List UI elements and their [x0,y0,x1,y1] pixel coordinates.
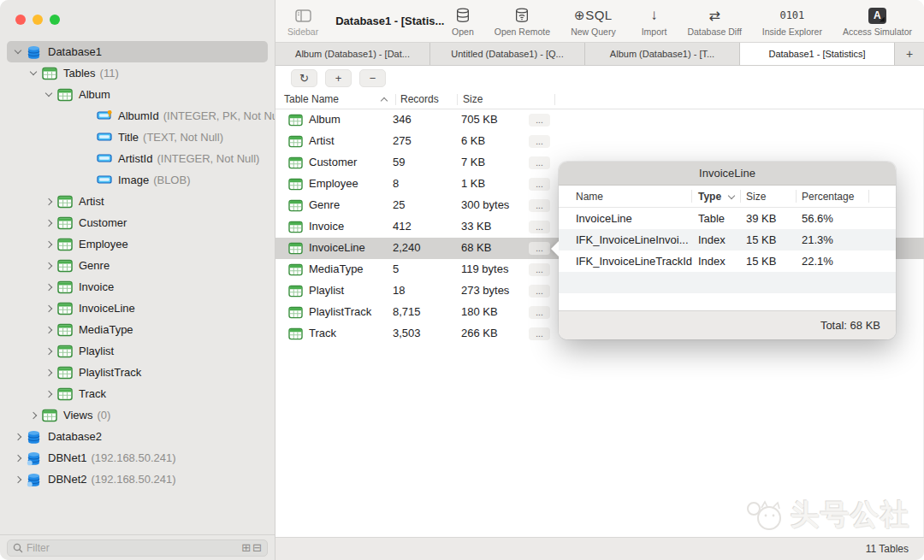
disclosure-chevron-icon[interactable] [43,370,55,375]
table-row[interactable]: Artist 275 6 KB ... [275,131,924,152]
disclosure-chevron-icon[interactable] [12,477,24,482]
tree-item[interactable]: DBNet1 (192.168.50.241) [7,447,268,469]
access-simulator-button[interactable]: A Access Simulator [843,5,912,37]
disclosure-chevron-icon[interactable] [27,413,39,418]
tab-database1-statistics[interactable]: Database1 - [Statistics] [740,43,895,65]
disclosure-chevron-icon[interactable] [43,349,55,354]
cell-records: 412 [393,220,412,233]
disclosure-chevron-icon[interactable] [43,306,55,311]
row-details-button[interactable]: ... [529,327,550,340]
column-header-records[interactable]: Records [400,93,439,105]
tree-item[interactable]: MediaType [7,319,268,340]
tree-item[interactable]: Invoice [7,276,268,298]
table-row[interactable]: Album 346 705 KB ... [275,109,924,131]
popover-column-type[interactable]: Type [698,191,721,203]
tree-item[interactable]: AlbumId (INTEGER, PK, Not Null) [7,105,268,127]
disclosure-chevron-icon[interactable] [43,221,55,226]
disclosure-chevron-icon[interactable] [12,456,24,461]
disclosure-chevron-icon[interactable] [82,178,94,183]
filter-field[interactable]: ⊞ ⊟ [7,539,268,557]
tree-item[interactable]: Image (BLOB) [7,169,268,191]
column-header-size[interactable]: Size [463,93,483,105]
add-tab-button[interactable]: + [895,43,924,65]
popover-row[interactable]: IFK_InvoiceLineInvoi... Index 15 KB 21.3… [559,229,896,251]
tree-item[interactable]: Tables (11) [7,62,268,84]
disclosure-chevron-icon[interactable] [43,285,55,290]
close-button[interactable] [15,15,26,25]
popover-row[interactable]: InvoiceLine Table 39 KB 56.6% [559,208,896,229]
tab-untitled-query[interactable]: Untitled (Database1) - [Q... [430,43,585,65]
disclosure-chevron-icon[interactable] [43,93,55,96]
table-icon [288,114,303,127]
binary-icon: 0101 [779,5,804,26]
sidebar-toggle-button[interactable]: Sidebar [287,5,318,37]
tree-item[interactable]: Album [7,84,268,105]
row-details-button[interactable]: ... [529,156,550,169]
row-details-button[interactable]: ... [529,114,550,127]
row-details-button[interactable]: ... [529,306,550,319]
open-remote-button[interactable]: Open Remote [495,5,550,37]
row-details-button[interactable]: ... [529,242,550,255]
open-button[interactable]: Open [452,5,474,37]
disclosure-chevron-icon[interactable] [82,114,94,119]
tab-album-data[interactable]: Album (Database1) - [Dat... [275,43,430,65]
new-query-button[interactable]: ⊕SQL New Query [571,5,616,37]
row-details-button[interactable]: ... [529,285,550,298]
row-details-button[interactable]: ... [529,221,550,233]
disclosure-chevron-icon[interactable] [43,242,55,247]
tree-item[interactable]: Track [7,383,268,404]
add-button[interactable]: + [325,69,352,87]
database-icon [454,5,471,26]
popover-column-name[interactable]: Name [576,191,603,203]
disclosure-chevron-icon[interactable] [43,327,55,333]
tree-item-meta: (11) [100,67,119,80]
database-diff-button[interactable]: ⇄ Database Diff [687,5,741,37]
import-button[interactable]: ↓ Import [642,5,667,37]
row-details-button[interactable]: ... [529,263,550,276]
disclosure-chevron-icon[interactable] [27,72,39,74]
tree-item[interactable]: Customer [7,212,268,233]
row-details-button[interactable]: ... [529,178,550,191]
tree-item-icon [42,67,58,80]
remove-button[interactable]: − [359,69,386,87]
minimize-button[interactable] [33,15,43,25]
tree-item[interactable]: Views (0) [7,404,268,426]
disclosure-chevron-icon[interactable] [12,50,24,53]
grid-add-icon[interactable]: ⊞ [241,541,251,554]
filter-input[interactable] [27,542,241,554]
tree-item[interactable]: Playlist [7,340,268,362]
disclosure-chevron-icon[interactable] [43,392,55,397]
popover-column-size[interactable]: Size [746,191,766,203]
popover-row[interactable]: IFK_InvoiceLineTrackId Index 15 KB 22.1% [559,251,896,272]
tree-item[interactable]: Database1 [7,41,268,62]
zoom-button[interactable] [50,15,60,25]
tree-item[interactable]: ArtistId (INTEGER, Not Null) [7,148,268,169]
disclosure-chevron-icon[interactable] [82,156,94,162]
disclosure-chevron-icon[interactable] [43,199,55,204]
popover-rows: InvoiceLine Table 39 KB 56.6% IFK_Invoic… [559,208,896,293]
tab-album-table[interactable]: Album (Database1) - [T... [585,43,740,65]
inside-explorer-button[interactable]: 0101 Inside Explorer [762,5,822,37]
tree-item[interactable]: Database2 [7,426,268,447]
cell-table-name: Playlist [309,284,344,297]
disclosure-chevron-icon[interactable] [12,434,24,439]
table-toolbar: ↻ + − [275,66,924,91]
tree-item[interactable]: DBNet2 (192.168.50.241) [7,469,268,490]
disclosure-chevron-icon[interactable] [82,135,94,140]
row-details-button[interactable]: ... [529,199,550,212]
collapse-icon[interactable]: ⊟ [252,541,262,554]
tree-item-label: Playlist [79,345,114,357]
watermark-text: 头号公社 [791,496,910,534]
refresh-button[interactable]: ↻ [291,69,317,87]
tree-item[interactable]: Artist [7,191,268,212]
tree-item[interactable]: Employee [7,233,268,255]
tree-item[interactable]: PlaylistTrack [7,362,268,383]
column-header-table-name[interactable]: Table Name [284,93,339,105]
tree-item[interactable]: Genre [7,255,268,276]
disclosure-chevron-icon[interactable] [43,263,55,268]
tree-item[interactable]: InvoiceLine [7,298,268,319]
tree-item[interactable]: Title (TEXT, Not Null) [7,127,268,148]
tree-item-icon [57,280,74,294]
row-details-button[interactable]: ... [529,135,550,148]
popover-column-percentage[interactable]: Percentage [802,191,854,203]
